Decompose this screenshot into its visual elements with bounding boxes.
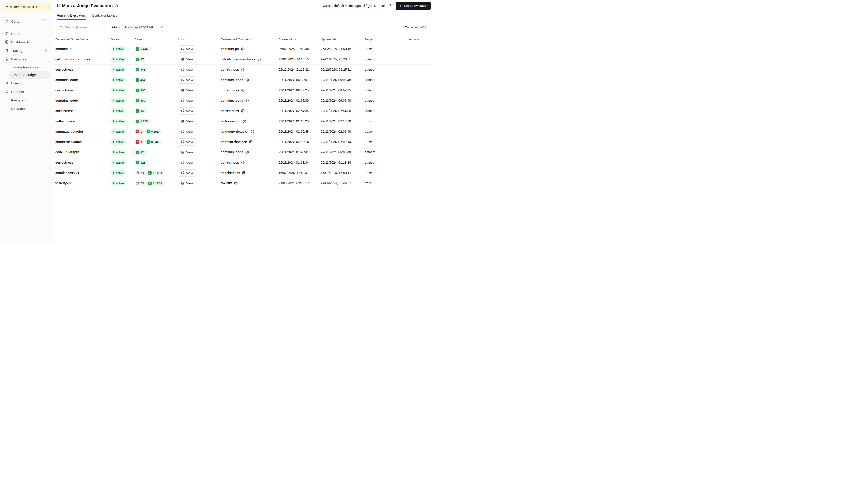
tab-running-evaluators[interactable]: Running Evaluators xyxy=(57,13,86,20)
row-actions-button[interactable]: ⋮ xyxy=(409,170,417,176)
table-row[interactable]: contextrelevance active ✗3✓8.94K View co… xyxy=(55,137,430,147)
view-logs-button[interactable]: View xyxy=(178,45,196,53)
table-row[interactable]: conciseness-v1 active 23✓16.62K View con… xyxy=(55,168,430,178)
view-logs-button[interactable]: View xyxy=(178,149,196,156)
tab-evaluator-library[interactable]: Evaluator Library xyxy=(92,13,118,20)
column-header-actions[interactable]: Actions xyxy=(409,38,430,41)
column-header-status[interactable]: Status xyxy=(111,38,134,41)
result-count: 460 xyxy=(140,89,145,92)
actions-cell: ⋮ xyxy=(409,77,430,83)
logs-cell: View xyxy=(178,76,221,84)
sidebar-item-human-annotation[interactable]: Human Annotation xyxy=(9,63,50,71)
actions-cell: ⋮ xyxy=(409,87,430,93)
row-actions-button[interactable]: ⋮ xyxy=(409,67,417,73)
user-circle-icon[interactable] xyxy=(242,171,246,175)
sidebar-item-datasets[interactable]: Datasets xyxy=(3,104,50,113)
view-logs-button[interactable]: View xyxy=(178,118,196,125)
view-logs-button[interactable]: View xyxy=(178,128,196,135)
column-header-result[interactable]: Result xyxy=(134,38,178,41)
row-actions-button[interactable]: ⋮ xyxy=(409,98,417,104)
user-circle-icon[interactable] xyxy=(245,150,249,154)
sidebar-item-home[interactable]: Home xyxy=(3,29,50,38)
sidebar-item-label: Home xyxy=(11,32,20,36)
info-icon[interactable] xyxy=(115,4,118,7)
row-actions-button[interactable]: ⋮ xyxy=(409,87,417,93)
table-row[interactable]: correctness active ✓369 View correctness… xyxy=(55,106,430,116)
table-row[interactable]: contains_code active ✓464 View contains_… xyxy=(55,75,430,85)
view-logs-button[interactable]: View xyxy=(178,97,196,104)
table-row[interactable]: hallucination active ✓9.26K View halluci… xyxy=(55,116,430,127)
chevron-down-icon xyxy=(44,57,48,61)
column-header-generated-score-name[interactable]: Generated Score Name xyxy=(55,38,111,41)
setup-evaluator-button[interactable]: Set up evaluator xyxy=(396,2,431,10)
user-circle-icon[interactable] xyxy=(257,57,261,61)
row-actions-button[interactable]: ⋮ xyxy=(409,118,417,124)
filters-button[interactable]: Filters Status any of ACTIVE xyxy=(108,23,157,31)
user-circle-icon[interactable] xyxy=(249,140,253,144)
table-row[interactable]: correctness active ✓425 View correctness… xyxy=(55,158,430,168)
user-circle-icon[interactable] xyxy=(243,119,246,123)
table-row[interactable]: language-detector active ✗1✓9.15K View l… xyxy=(55,127,430,137)
result-success-chip: ✓341 xyxy=(134,67,147,72)
edit-default-model-button[interactable] xyxy=(387,3,392,8)
sidebar-item-dashboards[interactable]: Dashboards xyxy=(3,38,50,46)
sidebar-item-tracing[interactable]: Tracing xyxy=(3,46,50,55)
row-actions-button[interactable]: ⋮ xyxy=(409,77,417,83)
view-logs-button[interactable]: View xyxy=(178,169,196,176)
user-circle-icon[interactable] xyxy=(241,161,245,165)
table-row[interactable]: toxicity-v2 active 23✓17.64K View toxici… xyxy=(55,178,430,189)
sidebar-item-evaluation[interactable]: Evaluation xyxy=(3,55,50,63)
table-row[interactable]: correctness active ✓341 View correctness… xyxy=(55,65,430,75)
column-header-updated-at[interactable]: Updated At xyxy=(321,38,365,41)
table-row[interactable]: correctness active ✓460 View correctness… xyxy=(55,85,430,96)
demo-project-link[interactable]: demo project xyxy=(20,5,37,8)
sidebar-item-users[interactable]: Users xyxy=(3,79,50,88)
referenced-evaluator-name: hallucination xyxy=(221,119,241,123)
column-header-target[interactable]: Target xyxy=(365,38,409,41)
row-actions-button[interactable]: ⋮ xyxy=(409,129,417,135)
view-logs-button[interactable]: View xyxy=(178,87,196,94)
user-circle-icon[interactable] xyxy=(234,181,238,185)
user-circle-icon[interactable] xyxy=(250,130,254,134)
table-row[interactable]: contains-pii active ✓5.44K View contains… xyxy=(55,44,430,54)
column-header-logs[interactable]: Logs xyxy=(178,38,221,41)
user-circle-icon[interactable] xyxy=(241,68,245,72)
clear-filters-button[interactable] xyxy=(159,24,165,31)
goto-search[interactable]: Go to... ⌘ K xyxy=(3,18,50,26)
user-circle-icon[interactable] xyxy=(245,99,249,103)
view-logs-button[interactable]: View xyxy=(178,107,196,115)
user-circle-icon[interactable] xyxy=(241,88,245,92)
row-actions-button[interactable]: ⋮ xyxy=(409,160,417,166)
row-actions-button[interactable]: ⋮ xyxy=(409,46,417,52)
sidebar-item-playground[interactable]: Playground xyxy=(3,96,50,104)
view-logs-button[interactable]: View xyxy=(178,138,196,145)
x-icon: ✗ xyxy=(136,130,139,133)
row-actions-button[interactable]: ⋮ xyxy=(409,56,417,62)
table-row[interactable]: contains_code active ✓369 View contains_… xyxy=(55,96,430,106)
column-header-referenced-evaluator[interactable]: Referenced Evaluator xyxy=(221,38,279,41)
column-header-created-at[interactable]: Created At▼ xyxy=(279,38,321,41)
column-header-label: Updated At xyxy=(321,38,336,41)
user-circle-icon[interactable] xyxy=(241,109,245,113)
goto-label: Go to... xyxy=(11,20,22,24)
sidebar-item-llm-as-a-judge[interactable]: LLM-as-a-Judge xyxy=(9,71,50,78)
view-logs-button[interactable]: View xyxy=(178,66,196,73)
user-icon xyxy=(5,81,9,85)
search-input[interactable] xyxy=(65,26,100,29)
status-badge: active xyxy=(111,98,126,103)
sidebar-item-prompts[interactable]: Prompts xyxy=(3,88,50,96)
table-row[interactable]: code_in_output active ✓425 View contains… xyxy=(55,147,430,158)
referenced-evaluator-name: correctness xyxy=(221,109,239,113)
table-row[interactable]: calculator-correctness active ✓67 View c… xyxy=(55,54,430,65)
row-actions-button[interactable]: ⋮ xyxy=(409,149,417,155)
row-actions-button[interactable]: ⋮ xyxy=(409,139,417,145)
user-circle-icon[interactable] xyxy=(245,78,249,82)
view-logs-button[interactable]: View xyxy=(178,180,196,187)
view-logs-button[interactable]: View xyxy=(178,159,196,166)
view-logs-button[interactable]: View xyxy=(178,76,196,84)
view-logs-button[interactable]: View xyxy=(178,56,196,63)
columns-button[interactable]: Columns 9/11 xyxy=(402,23,430,31)
row-actions-button[interactable]: ⋮ xyxy=(409,180,417,186)
user-circle-icon[interactable] xyxy=(241,47,245,51)
row-actions-button[interactable]: ⋮ xyxy=(409,108,417,114)
